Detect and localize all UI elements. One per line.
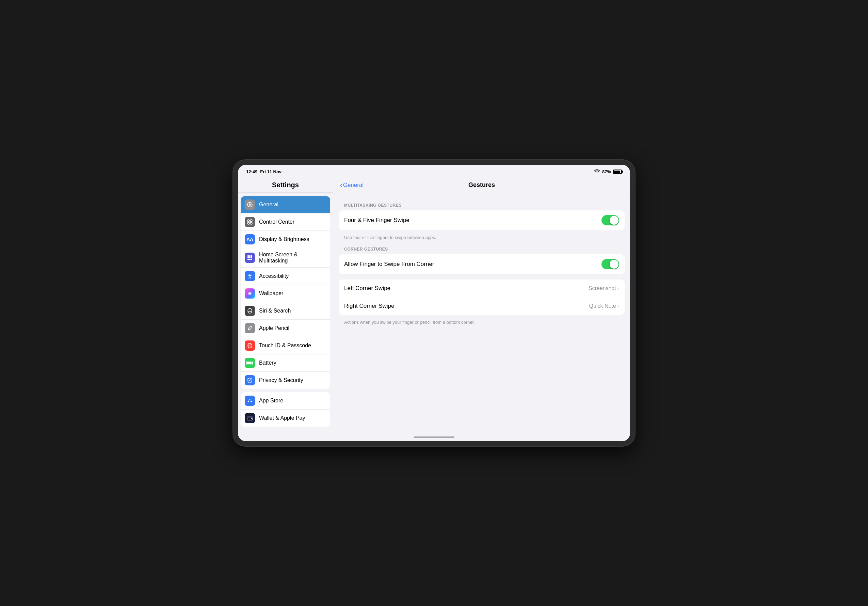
svg-point-1 bbox=[250, 204, 251, 205]
svg-point-22 bbox=[248, 308, 252, 313]
control-center-icon bbox=[245, 217, 255, 227]
general-icon bbox=[245, 200, 255, 210]
sidebar-section-2: App Store Wallet & bbox=[241, 392, 330, 426]
sidebar-item-appstore[interactable]: App Store bbox=[241, 392, 330, 409]
svg-rect-31 bbox=[247, 416, 253, 418]
four-five-finger-note: Use four or five fingers to swipe betwee… bbox=[339, 233, 625, 244]
back-button[interactable]: ‹ General bbox=[340, 181, 364, 189]
svg-rect-15 bbox=[251, 257, 252, 259]
sidebar: Settings bbox=[238, 177, 333, 433]
svg-rect-10 bbox=[248, 255, 249, 257]
left-corner-text: Screenshot bbox=[589, 285, 616, 291]
sidebar-section-1: General Control Cen bbox=[241, 196, 330, 389]
sidebar-label-accessibility: Accessibility bbox=[259, 273, 289, 279]
sidebar-label-battery: Battery bbox=[259, 360, 276, 366]
allow-finger-swipe-label: Allow Finger to Swipe From Corner bbox=[344, 261, 434, 268]
left-corner-label: Left Corner Swipe bbox=[344, 285, 391, 292]
sidebar-item-homescreen[interactable]: Home Screen & Multitasking bbox=[241, 248, 330, 268]
corner-gestures-header: CORNER GESTURES bbox=[339, 247, 625, 254]
sidebar-item-touchid[interactable]: Touch ID & Passcode bbox=[241, 337, 330, 354]
left-corner-value: Screenshot › bbox=[589, 285, 619, 291]
svg-point-21 bbox=[249, 293, 251, 294]
sidebar-item-wallpaper[interactable]: Wallpaper bbox=[241, 285, 330, 302]
sidebar-label-appstore: App Store bbox=[259, 398, 283, 404]
four-five-finger-toggle[interactable] bbox=[601, 215, 619, 225]
sidebar-item-wallet[interactable]: Wallet & Apple Pay bbox=[241, 409, 330, 426]
touchid-icon bbox=[245, 341, 255, 351]
right-corner-text: Quick Note bbox=[589, 303, 616, 309]
display-icon: AA bbox=[245, 234, 255, 245]
right-corner-value: Quick Note › bbox=[589, 303, 619, 309]
appstore-icon bbox=[245, 395, 255, 406]
sidebar-item-privacy[interactable]: Privacy & Security bbox=[241, 372, 330, 389]
back-chevron-icon: ‹ bbox=[340, 181, 343, 189]
toggle-knob bbox=[610, 216, 618, 225]
svg-rect-16 bbox=[248, 259, 249, 260]
svg-point-8 bbox=[248, 222, 250, 224]
sidebar-item-general[interactable]: General bbox=[241, 196, 330, 214]
allow-finger-swipe-row[interactable]: Allow Finger to Swipe From Corner bbox=[339, 254, 625, 274]
status-bar: 12:49 Fri 11 Nov 87% bbox=[238, 165, 630, 177]
svg-point-19 bbox=[250, 274, 251, 275]
sidebar-label-display: Display & Brightness bbox=[259, 236, 309, 242]
svg-rect-12 bbox=[251, 255, 252, 257]
right-corner-label: Right Corner Swipe bbox=[344, 303, 394, 310]
sidebar-item-battery[interactable]: Battery bbox=[241, 354, 330, 372]
ipad-frame: 12:49 Fri 11 Nov 87% bbox=[233, 160, 635, 446]
corner-swipe-footer: Actions when you swipe your finger or pe… bbox=[339, 318, 625, 329]
home-indicator bbox=[238, 433, 630, 441]
wifi-icon bbox=[594, 169, 600, 174]
toggle-knob-2 bbox=[610, 260, 618, 269]
date: Fri 11 Nov bbox=[260, 169, 282, 174]
svg-rect-11 bbox=[249, 255, 251, 257]
sidebar-item-siri[interactable]: Siri & Search bbox=[241, 302, 330, 320]
right-content: MULTITASKING GESTURES Four & Five Finger… bbox=[333, 194, 630, 336]
sidebar-label-wallet: Wallet & Apple Pay bbox=[259, 415, 305, 421]
battery-icon bbox=[613, 169, 622, 174]
four-five-finger-label: Four & Five Finger Swipe bbox=[344, 217, 409, 224]
main-content: Settings bbox=[238, 177, 630, 433]
sidebar-item-pencil[interactable]: Apple Pencil bbox=[241, 320, 330, 337]
sidebar-label-general: General bbox=[259, 201, 279, 208]
sidebar-item-control[interactable]: Control Center bbox=[241, 214, 330, 231]
allow-finger-swipe-toggle[interactable] bbox=[601, 259, 619, 269]
status-left: 12:49 Fri 11 Nov bbox=[246, 169, 282, 174]
right-header: ‹ General Gestures bbox=[333, 177, 630, 194]
sidebar-label-wallpaper: Wallpaper bbox=[259, 290, 283, 296]
corner-gestures-group: Allow Finger to Swipe From Corner bbox=[339, 254, 625, 274]
svg-rect-28 bbox=[247, 361, 251, 364]
sidebar-item-accessibility[interactable]: Accessibility bbox=[241, 268, 330, 285]
left-corner-swipe-row[interactable]: Left Corner Swipe Screenshot › bbox=[339, 279, 625, 297]
sidebar-label-siri: Siri & Search bbox=[259, 308, 291, 314]
multitasking-gestures-header: MULTITASKING GESTURES bbox=[339, 203, 625, 211]
svg-point-26 bbox=[250, 345, 250, 346]
right-panel: ‹ General Gestures MULTITASKING GESTURES… bbox=[333, 177, 630, 433]
home-bar bbox=[414, 437, 454, 438]
sidebar-item-display[interactable]: AA Display & Brightness bbox=[241, 231, 330, 248]
homescreen-icon bbox=[245, 253, 255, 263]
svg-point-9 bbox=[250, 222, 252, 224]
sidebar-title: Settings bbox=[238, 177, 333, 193]
multitasking-gestures-group: Four & Five Finger Swipe bbox=[339, 211, 625, 230]
accessibility-icon bbox=[245, 271, 255, 281]
wallet-icon bbox=[245, 413, 255, 423]
battery-fill bbox=[614, 170, 620, 173]
svg-rect-18 bbox=[251, 259, 252, 260]
sidebar-label-pencil: Apple Pencil bbox=[259, 325, 289, 331]
pencil-icon bbox=[245, 323, 255, 333]
svg-rect-17 bbox=[249, 259, 251, 260]
svg-rect-14 bbox=[249, 257, 251, 259]
svg-point-7 bbox=[250, 220, 252, 222]
corner-swipe-group: Left Corner Swipe Screenshot › Right Cor… bbox=[339, 279, 625, 315]
privacy-icon bbox=[245, 375, 255, 385]
siri-icon bbox=[245, 306, 255, 316]
four-five-finger-row[interactable]: Four & Five Finger Swipe bbox=[339, 211, 625, 230]
back-label: General bbox=[343, 182, 364, 189]
right-corner-swipe-row[interactable]: Right Corner Swipe Quick Note › bbox=[339, 297, 625, 315]
wallpaper-icon bbox=[245, 288, 255, 299]
sidebar-label-homescreen: Home Screen & Multitasking bbox=[259, 252, 326, 264]
battery-percent: 87% bbox=[602, 169, 611, 174]
svg-rect-32 bbox=[251, 418, 252, 419]
battery-sidebar-icon bbox=[245, 358, 255, 368]
sidebar-label-control: Control Center bbox=[259, 219, 294, 225]
